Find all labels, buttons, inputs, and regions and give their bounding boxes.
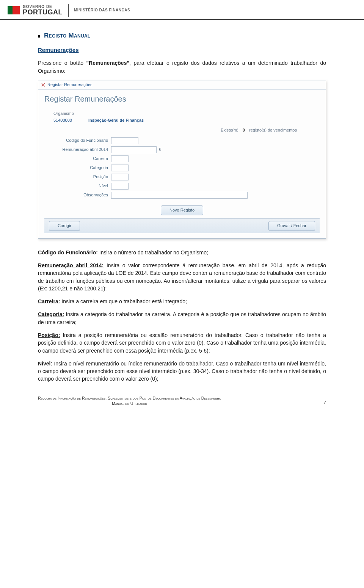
def-categoria: Categoria: Insira a categoria do trabalh… [38, 310, 326, 326]
row-carreira: Carreira [50, 155, 314, 162]
btn-row-novo: Novo Registo [44, 205, 320, 215]
intro-paragraph: Pressione o botão "Remunerações", para e… [38, 59, 326, 75]
input-remun[interactable] [111, 146, 157, 153]
novo-registo-button[interactable]: Novo Registo [161, 205, 203, 215]
count-value: 0 [240, 127, 248, 133]
footer-line1: Recolha de Informação de Remunerações, S… [38, 395, 221, 401]
def-categoria-title: Categoria: [38, 311, 64, 317]
intro-before: Pressione o botão [38, 60, 86, 66]
app-body: Registar Remunerações Organismo 51400000… [38, 90, 326, 238]
footer-text-block: Recolha de Informação de Remunerações, S… [38, 395, 221, 406]
def-remun-title: Remuneração abril 2014: [38, 262, 104, 268]
page-header: GOVERNO DE PORTUGAL MINISTÉRIO DAS FINAN… [0, 0, 364, 20]
def-codigo: Código do Funcionário: Insira o número d… [38, 249, 326, 256]
corrigir-button[interactable]: Corrigir [49, 221, 80, 231]
def-nivel-text: Insira o nível remuneratório ou índice r… [38, 361, 326, 382]
page-number: 7 [323, 400, 326, 406]
def-codigo-text: Insira o número do trabalhador no Organi… [98, 249, 208, 256]
row-codigo: Código do Funcionário [50, 137, 314, 144]
def-posicao: Posição: Insira a posição remuneratória … [38, 331, 326, 354]
ministry-text: MINISTÉRIO DAS FINANÇAS [74, 8, 130, 13]
label-remun: Remuneração abril 2014 [50, 147, 111, 153]
org-code: 51400000 [53, 118, 72, 124]
def-codigo-title: Código do Funcionário: [38, 249, 98, 256]
label-posicao: Posição [50, 174, 111, 180]
content-area: Registo Manual Remunerações Pressione o … [0, 20, 364, 383]
bottom-button-bar: Corrigir Gravar / Fechar [44, 218, 320, 233]
def-carreira-title: Carreira: [38, 298, 60, 304]
label-nivel: Nível [50, 183, 111, 189]
footer-line2: - Manual do Utilizador - [38, 401, 221, 406]
records-count-row: Existe(m) 0 registo(s) de vencimentos [44, 127, 320, 133]
form-block: Código do Funcionário Remuneração abril … [44, 136, 320, 202]
intro-quoted: "Remunerações" [86, 60, 129, 66]
page-footer: Recolha de Informação de Remunerações, S… [0, 395, 364, 414]
input-obs[interactable] [111, 192, 248, 199]
input-carreira[interactable] [111, 155, 129, 162]
count-post: registo(s) de vencimentos [249, 128, 297, 132]
section-heading: Registo Manual [44, 31, 90, 41]
def-posicao-title: Posição: [38, 332, 60, 338]
def-posicao-text: Insira a posição remuneratória ou escalã… [38, 332, 326, 354]
input-posicao[interactable] [111, 174, 129, 180]
def-nivel: Nível: Insira o nível remuneratório ou í… [38, 360, 326, 383]
row-categoria: Categoria [50, 165, 314, 171]
gov-big-text: PORTUGAL [23, 9, 63, 16]
label-obs: Observações [50, 192, 111, 198]
section-heading-row: Registo Manual [38, 31, 326, 41]
input-categoria[interactable] [111, 165, 129, 171]
org-name: Inspeção-Geral de Finanças [88, 118, 144, 122]
footer-rule [38, 393, 326, 393]
org-value-row: 51400000 Inspeção-Geral de Finanças [44, 118, 320, 127]
panel-title: Registar Remunerações [44, 94, 320, 105]
row-obs: Observações [50, 192, 314, 199]
app-screenshot-panel: Registar Remunerações Registar Remuneraç… [38, 80, 326, 239]
def-carreira-text: Insira a carreira em que o trabalhador e… [60, 298, 187, 304]
def-categoria-text: Insira a categoria do trabalhador na car… [38, 311, 326, 325]
row-posicao: Posição [50, 174, 314, 180]
portugal-flag-icon [8, 6, 20, 14]
input-codigo[interactable] [111, 137, 138, 144]
def-remun: Remuneração abril 2014: Insira o valor c… [38, 262, 326, 292]
def-nivel-title: Nível: [38, 361, 52, 367]
label-carreira: Carreira [50, 156, 111, 162]
label-categoria: Categoria [50, 165, 111, 171]
app-tab-label: Registar Remunerações [47, 82, 93, 88]
input-nivel[interactable] [111, 183, 129, 190]
org-label: Organismo [44, 108, 320, 118]
row-remun: Remuneração abril 2014 € [50, 146, 314, 153]
app-tab: Registar Remunerações [38, 80, 326, 90]
def-carreira: Carreira: Insira a carreira em que o tra… [38, 298, 326, 305]
suffix-euro: € [159, 147, 161, 153]
subsection-link[interactable]: Remunerações [38, 46, 79, 54]
count-pre: Existe(m) [221, 128, 238, 132]
gravar-fechar-button[interactable]: Gravar / Fechar [268, 221, 315, 231]
bullet-icon [38, 35, 40, 38]
header-separator [68, 4, 69, 17]
close-icon[interactable] [41, 83, 45, 87]
row-nivel: Nível [50, 183, 314, 190]
gov-logo-text: GOVERNO DE PORTUGAL [23, 5, 63, 16]
label-codigo: Código do Funcionário [50, 138, 111, 144]
